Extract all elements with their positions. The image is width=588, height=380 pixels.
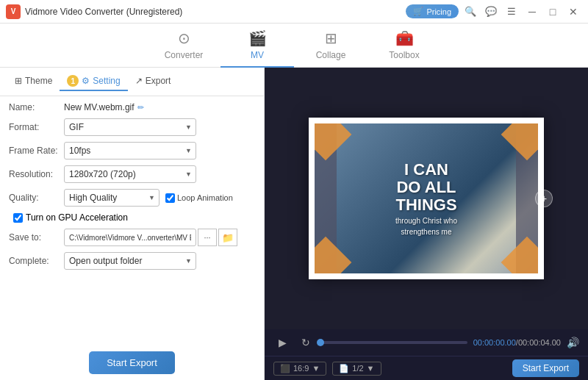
resolution-label: Resolution: (9, 169, 64, 179)
page-chevron-icon: ▼ (367, 364, 375, 373)
start-export-left-button[interactable]: Start Export (89, 351, 175, 374)
gpu-label: Turn on GPU Acceleration (26, 212, 128, 223)
complete-label: Complete: (9, 256, 64, 266)
preview-inner: I CAN DO ALL THINGS through Christ who s… (315, 123, 538, 273)
name-edit-icon[interactable]: ✏ (137, 103, 144, 112)
mv-tab-label: MV (251, 50, 264, 60)
minimize-button[interactable]: ─ (523, 3, 541, 21)
time-display: 00:00:00.00/00:00:04.00 (473, 338, 561, 347)
ratio-icon: ⬛ (280, 364, 290, 373)
toolbox-icon: 🧰 (395, 29, 414, 47)
start-export-right-button[interactable]: Start Export (512, 359, 579, 377)
tab-mv[interactable]: 🎬 MV (220, 24, 294, 68)
setting-tab-label: Setting (93, 76, 120, 86)
preview-add-button[interactable]: + (535, 190, 553, 207)
name-row: Name: New MV.webm.gif ✏ (9, 102, 255, 112)
app-icon: V (6, 4, 21, 19)
ratio-button[interactable]: ⬛ 16:9 ▼ (273, 362, 326, 376)
theme-grid-icon: ⊞ (15, 76, 22, 86)
saveto-label: Save to: (9, 232, 64, 243)
pricing-label: Pricing (426, 7, 451, 16)
page-label: 1/2 (352, 364, 363, 373)
collage-tab-label: Collage (316, 50, 346, 60)
sub-tabs: ⊞ Theme 1 ⚙ Setting ↗ Export (0, 68, 264, 96)
saveto-row: Save to: C:\Vidmore\Vidmore V...onverter… (9, 229, 255, 246)
close-button[interactable]: ✕ (564, 3, 582, 21)
format-select-wrapper: GIF (64, 118, 196, 136)
resolution-select-wrapper: 1280x720 (720p) (64, 165, 196, 183)
path-dots-button[interactable]: ··· (198, 229, 217, 246)
export-arrow-icon: ↗ (135, 76, 143, 86)
format-label: Format: (9, 122, 64, 132)
quality-select[interactable]: High Quality (64, 189, 159, 207)
framerate-select[interactable]: 10fps (64, 142, 196, 159)
folder-browse-button[interactable]: 📁 (218, 229, 237, 246)
subtab-setting[interactable]: 1 ⚙ Setting (60, 72, 127, 91)
quality-select-wrapper: High Quality (64, 189, 159, 207)
gpu-checkbox[interactable] (13, 213, 23, 223)
search-icon-btn[interactable]: 🔍 (462, 3, 479, 21)
mv-icon: 🎬 (248, 29, 267, 47)
converter-icon: ⊙ (178, 29, 190, 47)
settings-form: Name: New MV.webm.gif ✏ Format: GIF Fram… (0, 96, 264, 345)
main-tab-bar: ⊙ Converter 🎬 MV ⊞ Collage 🧰 Toolbox (0, 24, 588, 68)
name-text: New MV.webm.gif (64, 102, 135, 112)
maximize-button[interactable]: □ (544, 3, 562, 21)
play-button[interactable]: ▶ (273, 334, 291, 351)
tab-toolbox[interactable]: 🧰 Toolbox (368, 24, 441, 68)
quality-row: Quality: High Quality Loop Animation (9, 189, 255, 207)
ratio-chevron-icon: ▼ (312, 364, 320, 373)
right-panel: I CAN DO ALL THINGS through Christ who s… (265, 68, 588, 380)
menu-icon-btn[interactable]: ☰ (503, 3, 520, 21)
title-bar: V Vidmore Video Converter (Unregistered)… (0, 0, 588, 24)
name-value: New MV.webm.gif ✏ (64, 102, 144, 112)
playback-controls: ▶ ↻ 00:00:00.00/00:00:04.00 🔊 (265, 329, 588, 356)
setting-badge: 1 (67, 75, 79, 87)
setting-gear-icon: ⚙ (82, 76, 90, 86)
theme-tab-label: Theme (25, 76, 52, 86)
save-path-display: C:\Vidmore\Vidmore V...onverter\MV Expor… (64, 229, 196, 246)
title-bar-left: V Vidmore Video Converter (Unregistered) (6, 4, 182, 19)
save-path-text: C:\Vidmore\Vidmore V...onverter\MV Expor… (69, 234, 191, 242)
quality-label: Quality: (9, 193, 64, 203)
resolution-row: Resolution: 1280x720 (720p) (9, 165, 255, 183)
preview-area: I CAN DO ALL THINGS through Christ who s… (265, 68, 588, 329)
tab-collage[interactable]: ⊞ Collage (294, 24, 368, 68)
repeat-button[interactable]: ↻ (297, 334, 315, 351)
ratio-controls: ⬛ 16:9 ▼ 📄 1/2 ▼ Start Export (265, 356, 588, 380)
page-button[interactable]: 📄 1/2 ▼ (332, 362, 381, 376)
total-time: 00:00:04.00 (518, 338, 561, 347)
app-title: Vidmore Video Converter (Unregistered) (25, 7, 182, 17)
framerate-row: Frame Rate: 10fps (9, 142, 255, 159)
toolbox-tab-label: Toolbox (389, 50, 419, 60)
current-time: 00:00:00.00 (473, 338, 516, 347)
subtab-theme[interactable]: ⊞ Theme (7, 73, 60, 90)
loop-checkbox[interactable] (165, 193, 175, 203)
volume-icon[interactable]: 🔊 (567, 337, 579, 348)
pricing-button[interactable]: 🛒 Pricing (406, 4, 459, 18)
page-icon: 📄 (339, 364, 349, 373)
format-row: Format: GIF (9, 118, 255, 136)
preview-sub1: through Christ who (395, 217, 457, 225)
preview-line3: THINGS (395, 196, 457, 214)
resolution-select[interactable]: 1280x720 (720p) (64, 165, 196, 183)
format-select[interactable]: GIF (64, 118, 196, 136)
preview-sub2: strengthens me (395, 228, 457, 236)
collage-icon: ⊞ (325, 29, 337, 47)
left-panel: ⊞ Theme 1 ⚙ Setting ↗ Export Name: New M… (0, 68, 265, 380)
progress-handle[interactable] (317, 339, 324, 346)
tab-converter[interactable]: ⊙ Converter (147, 24, 220, 68)
converter-tab-label: Converter (165, 50, 204, 60)
framerate-label: Frame Rate: (9, 146, 64, 156)
name-label: Name: (9, 102, 64, 112)
chat-icon-btn[interactable]: 💬 (482, 3, 500, 21)
preview-line2: DO ALL (395, 179, 457, 196)
complete-row: Complete: Open output folder (9, 252, 255, 270)
cart-icon: 🛒 (413, 7, 423, 16)
ratio-label: 16:9 (293, 364, 309, 373)
progress-bar[interactable] (320, 341, 467, 344)
main-layout: ⊞ Theme 1 ⚙ Setting ↗ Export Name: New M… (0, 68, 588, 380)
subtab-export[interactable]: ↗ Export (128, 73, 179, 90)
loop-label: Loop Animation (177, 193, 233, 202)
complete-select[interactable]: Open output folder (64, 252, 196, 270)
